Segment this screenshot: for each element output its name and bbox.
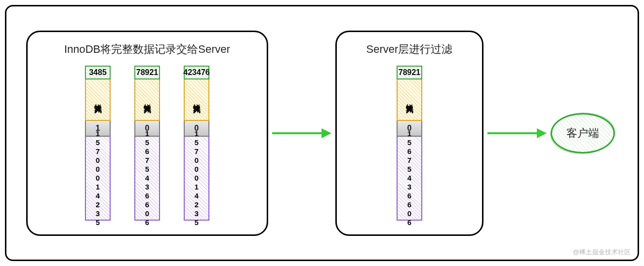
diagram-frame: InnoDB将完整数据记录交给Server 3485 蝉沐风 1 1570001… [5, 5, 639, 261]
arrow-server-to-client [487, 132, 547, 135]
record-name: 蝉沐风 [85, 79, 111, 121]
record-phone: 15700014235 [184, 137, 209, 221]
arrow-line [487, 132, 540, 134]
record-id: 3485 [85, 66, 111, 79]
arrow-head-icon [537, 128, 547, 138]
server-filter-box-title: Server层进行过滤 [366, 42, 453, 57]
record-id: 78921 [397, 66, 422, 79]
server-records: 78921 蝉沐风 0 15675436606 [397, 66, 422, 221]
record: 423476 蝉沐风 0 15700014235 [184, 66, 209, 221]
arrow-head-icon [322, 128, 331, 138]
record-id: 78921 [134, 66, 160, 79]
record-name: 蝉沐风 [397, 79, 422, 121]
record-name: 蝉沐风 [184, 79, 209, 121]
record-id: 423476 [184, 66, 209, 79]
client-label: 客户端 [566, 126, 599, 141]
record: 78921 蝉沐风 0 15675436606 [397, 66, 422, 221]
record-phone: 15675436606 [397, 137, 422, 221]
watermark: @稀土掘金技术社区 [573, 248, 631, 257]
record-phone: 15675436606 [134, 137, 160, 221]
record-phone: 15700014235 [85, 137, 111, 221]
innodb-box-title: InnoDB将完整数据记录交给Server [64, 42, 230, 57]
record-name: 蝉沐风 [134, 79, 160, 121]
arrow-innodb-to-server [272, 132, 331, 135]
innodb-box: InnoDB将完整数据记录交给Server 3485 蝉沐风 1 1570001… [26, 31, 268, 236]
record: 78921 蝉沐风 0 15675436606 [134, 66, 160, 221]
client-node: 客户端 [551, 113, 615, 153]
server-filter-box: Server层进行过滤 78921 蝉沐风 0 15675436606 [335, 31, 483, 236]
record: 3485 蝉沐风 1 15700014235 [85, 66, 111, 221]
arrow-line [272, 132, 324, 134]
innodb-records: 3485 蝉沐风 1 15700014235 78921 蝉沐风 0 15675… [85, 66, 209, 221]
